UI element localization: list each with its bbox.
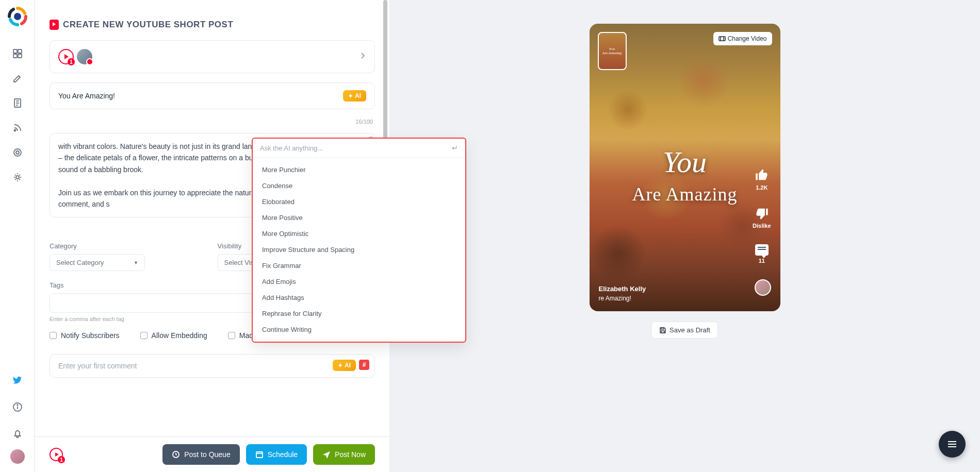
svg-rect-2 xyxy=(18,49,22,53)
account-badge: 1 xyxy=(68,58,75,65)
sparkle-icon: ✦ xyxy=(348,93,353,99)
nav-dashboard[interactable] xyxy=(6,42,29,65)
ai-option-3[interactable]: More Positive xyxy=(253,210,465,226)
nav-feed[interactable] xyxy=(6,116,29,139)
preview-author: Elizabeth Kelly xyxy=(599,285,749,293)
svg-point-0 xyxy=(14,13,21,20)
preview-column: You Are Amazing Change Video You Are Ama… xyxy=(389,0,980,472)
svg-point-10 xyxy=(14,149,21,156)
nav-compose[interactable] xyxy=(6,67,29,90)
thumb-amazing-text: Are Amazing xyxy=(602,51,622,55)
nav-settings[interactable] xyxy=(6,166,29,189)
nav-notifications[interactable] xyxy=(6,423,29,445)
post-label: Post Now xyxy=(335,450,366,459)
nav-twitter[interactable] xyxy=(6,369,29,392)
like-count: 1.2K xyxy=(756,184,767,191)
dislike-action[interactable]: Dislike xyxy=(753,206,771,229)
comment-ai-button[interactable]: ✦AI xyxy=(333,360,356,371)
title-input[interactable]: You Are Amazing! xyxy=(58,92,343,100)
thumbs-up-icon xyxy=(755,168,769,182)
ai-option-4[interactable]: More Optimistic xyxy=(253,226,465,242)
youtube-shorts-icon xyxy=(50,20,59,30)
save-icon xyxy=(659,327,666,334)
comment-input[interactable]: Enter your first comment xyxy=(58,362,366,370)
preview-caption: re Amazing! xyxy=(599,295,749,302)
title-ai-button[interactable]: ✦AI xyxy=(343,90,366,102)
ai-option-2[interactable]: Eloborated xyxy=(253,194,465,210)
ai-option-6[interactable]: Fix Grammar xyxy=(253,258,465,274)
account-selector[interactable]: 1 xyxy=(50,40,375,73)
preview-author-avatar[interactable] xyxy=(755,279,771,296)
thumb-you-text: You xyxy=(609,47,615,51)
preview-thumbnail[interactable]: You Are Amazing xyxy=(598,32,627,70)
menu-fab-button[interactable] xyxy=(939,431,966,458)
chevron-right-icon xyxy=(359,52,366,61)
category-select[interactable]: Select Category ▼ xyxy=(50,254,145,271)
notify-label: Notify Subscribers xyxy=(61,331,120,340)
main-form-column: CREATE NEW YOUTUBE SHORT POST 1 You Are … xyxy=(35,0,389,472)
film-icon xyxy=(718,35,726,42)
comments-action[interactable]: 11 xyxy=(755,244,769,264)
svg-point-12 xyxy=(16,176,19,179)
save-draft-label: Save as Draft xyxy=(669,326,710,334)
svg-rect-4 xyxy=(18,54,22,58)
svg-point-9 xyxy=(14,130,15,131)
overlay-you-text: You xyxy=(590,145,780,179)
svg-rect-25 xyxy=(661,328,664,329)
nav-info[interactable] xyxy=(6,396,29,418)
calendar-icon xyxy=(255,450,264,459)
ai-option-9[interactable]: Rephrase for Clarity xyxy=(253,306,465,322)
svg-rect-17 xyxy=(256,452,263,458)
ai-option-1[interactable]: Condense xyxy=(253,178,465,194)
save-as-draft-button[interactable]: Save as Draft xyxy=(651,322,718,339)
user-avatar[interactable] xyxy=(10,449,25,464)
footer-badge: 1 xyxy=(58,456,65,463)
comment-count: 11 xyxy=(759,258,765,264)
svg-rect-21 xyxy=(719,37,725,41)
ai-label: AI xyxy=(345,362,351,369)
svg-point-11 xyxy=(16,151,19,154)
svg-rect-24 xyxy=(661,331,664,333)
account-avatar xyxy=(77,49,92,64)
ai-prompt-input[interactable] xyxy=(260,144,452,152)
title-input-card: You Are Amazing! ✦AI xyxy=(50,82,375,109)
account-sub-badge-icon xyxy=(86,58,93,65)
svg-point-15 xyxy=(17,404,18,406)
svg-rect-1 xyxy=(13,49,17,53)
thumbs-down-icon xyxy=(755,206,769,221)
ai-option-8[interactable]: Add Hashtags xyxy=(253,290,465,306)
change-video-button[interactable]: Change Video xyxy=(713,32,772,45)
change-video-label: Change Video xyxy=(728,35,767,42)
dropdown-arrow-icon: ▼ xyxy=(134,260,138,265)
queue-icon xyxy=(172,450,180,459)
enter-key-icon: ↵ xyxy=(452,144,458,152)
comment-icon xyxy=(755,244,769,256)
nav-content[interactable] xyxy=(6,92,29,114)
allow-embedding-checkbox[interactable] xyxy=(140,332,148,339)
made-for-kids-checkbox[interactable] xyxy=(228,332,235,339)
page-title: CREATE NEW YOUTUBE SHORT POST xyxy=(63,20,233,30)
youtube-account-icon: 1 xyxy=(58,49,74,64)
sparkle-icon: ✦ xyxy=(338,362,342,369)
svg-rect-3 xyxy=(13,54,17,58)
category-label: Category xyxy=(50,242,207,250)
nav-analytics[interactable] xyxy=(6,141,29,164)
ai-options-list: More PunchierCondenseEloboratedMore Posi… xyxy=(253,158,465,342)
category-placeholder: Select Category xyxy=(56,259,104,266)
ai-assist-popup: ↵ More PunchierCondenseEloboratedMore Po… xyxy=(252,138,466,343)
ai-label: AI xyxy=(355,92,361,99)
notify-subscribers-checkbox[interactable] xyxy=(50,332,57,339)
like-action[interactable]: 1.2K xyxy=(755,168,769,191)
comment-hashtag-button[interactable]: # xyxy=(359,360,369,370)
dislike-label: Dislike xyxy=(753,223,771,229)
post-to-queue-button[interactable]: Post to Queue xyxy=(162,444,240,465)
footer-action-bar: 1 Post to Queue Schedule Post Now xyxy=(35,436,389,472)
ai-option-5[interactable]: Improve Structure and Spacing xyxy=(253,242,465,258)
post-now-button[interactable]: Post Now xyxy=(313,444,375,465)
app-logo[interactable] xyxy=(7,6,28,27)
schedule-button[interactable]: Schedule xyxy=(246,444,307,465)
ai-option-7[interactable]: Add Emojis xyxy=(253,274,465,290)
embed-label: Allow Embedding xyxy=(152,331,207,340)
ai-option-0[interactable]: More Punchier xyxy=(253,162,465,178)
ai-option-10[interactable]: Continue Writing xyxy=(253,322,465,338)
